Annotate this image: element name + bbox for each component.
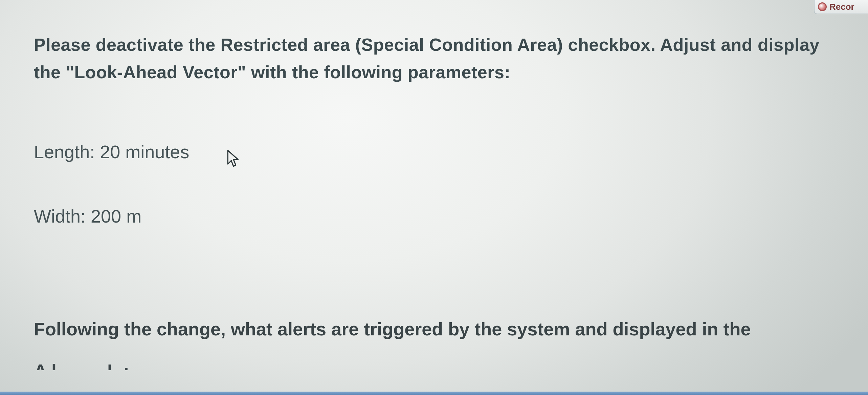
window-bottom-bar (0, 392, 868, 395)
record-button-fragment[interactable]: Recor (814, 0, 868, 14)
param-length: Length: 20 minutes (34, 140, 844, 164)
record-label: Recor (829, 2, 854, 12)
document-page: Recor Please deactivate the Restricted a… (0, 0, 868, 395)
instruction-text: Please deactivate the Restricted area (S… (34, 31, 829, 86)
record-icon (818, 2, 827, 11)
param-width: Width: 200 m (34, 204, 844, 228)
cutoff-next-line: A l _ _ _ L : _ _ _ (34, 360, 844, 370)
followup-text: Following the change, what alerts are tr… (34, 316, 844, 342)
